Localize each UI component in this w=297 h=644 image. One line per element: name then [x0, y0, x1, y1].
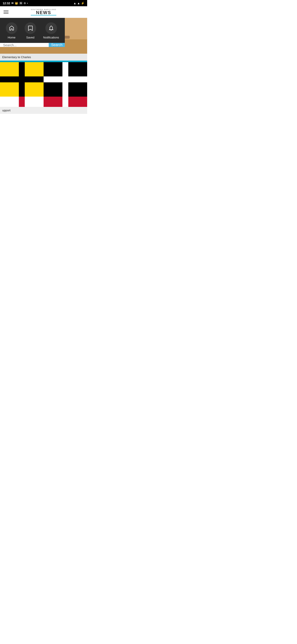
flag-q2 — [43, 62, 87, 96]
nav-saved[interactable]: Saved — [24, 22, 36, 39]
dot-icon: • — [27, 2, 28, 4]
hamburger-line-1 — [3, 10, 8, 11]
flag-q4 — [43, 96, 87, 107]
logo-underline — [31, 15, 56, 16]
bookmark-icon — [28, 26, 33, 31]
home-label: Home — [8, 36, 16, 39]
battery-icon: ⚡ — [81, 2, 84, 5]
flag-q1 — [0, 62, 43, 96]
chrome-icon: ⊙ — [24, 2, 26, 5]
notifications-icon-circle — [45, 22, 57, 34]
nav-home[interactable]: Home — [6, 22, 17, 39]
app-logo: SOUTHERN MARYLAND NEWS — [31, 9, 56, 16]
app-header: SOUTHERN MARYLAND NEWS — [0, 6, 87, 18]
status-right: ▲ ▲ ⚡ — [73, 2, 84, 5]
flag-q3 — [0, 96, 43, 107]
hamburger-line-3 — [3, 13, 8, 14]
bg-support-text: upport — [0, 107, 87, 114]
status-time: 12:32 — [3, 2, 10, 5]
bg-card-label: Elementary te Charles — [0, 54, 87, 61]
email-status-icon: ✉ — [11, 2, 13, 5]
search-button[interactable]: Search — [49, 43, 65, 47]
search-input[interactable] — [0, 43, 49, 47]
card-top-text: Elementary te Charles — [2, 56, 31, 59]
hamburger-button[interactable] — [3, 10, 8, 14]
maryland-flag — [0, 62, 87, 107]
bg-card-bottom — [0, 62, 87, 107]
saved-label: Saved — [26, 36, 34, 39]
bell-icon — [49, 26, 54, 31]
status-bar: 12:32 ✉ 👑 N ⊙ • ▲ ▲ ⚡ — [0, 0, 87, 6]
saved-icon-circle — [24, 22, 36, 34]
notifications-label: Notifications — [43, 36, 59, 39]
logo-main-text: NEWS — [36, 10, 51, 15]
hamburger-line-2 — [3, 12, 8, 12]
nav-notifications[interactable]: Notifications — [43, 22, 59, 39]
wifi-icon: ▲ — [73, 2, 76, 5]
news-status-icon: N — [19, 2, 22, 4]
support-text: upport — [2, 109, 10, 112]
search-bar: Search — [0, 43, 65, 47]
home-icon — [9, 26, 14, 31]
nav-icons-row: Home Saved Notifications — [0, 18, 65, 43]
signal-icon: ▲ — [77, 2, 80, 5]
burger-king-icon: 👑 — [15, 2, 18, 5]
status-left: 12:32 ✉ 👑 N ⊙ • — [3, 2, 28, 5]
home-icon-circle — [6, 22, 17, 34]
